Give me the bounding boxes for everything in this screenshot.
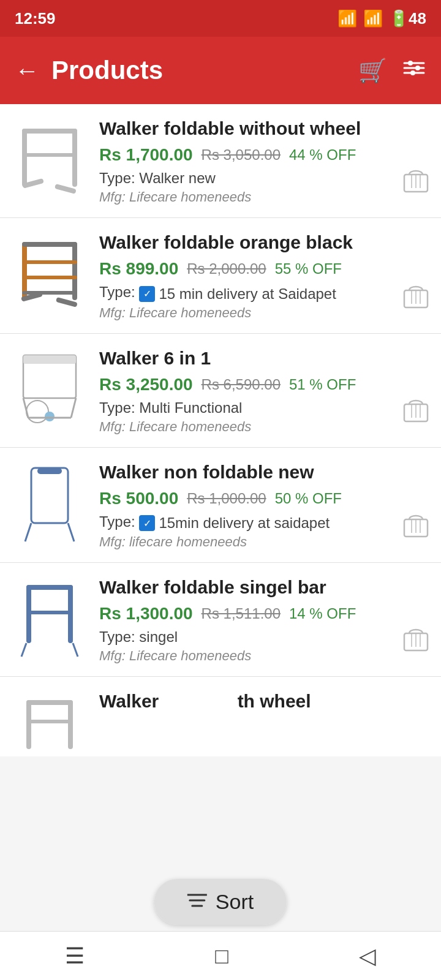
list-item[interactable]: Walker th wheelth wheel (0, 677, 441, 756)
svg-rect-40 (37, 468, 62, 474)
product-name: Walker non foldable new (99, 460, 388, 484)
product-name: Walker th wheelth wheel (99, 689, 431, 713)
product-name: Walker foldable without wheel (99, 116, 388, 140)
svg-rect-20 (22, 276, 77, 279)
svg-point-3 (408, 61, 413, 66)
product-price-row: Rs 1,700.00 Rs 3,050.00 44 % OFF (99, 145, 388, 165)
signal-icon: 📶 (363, 9, 383, 28)
svg-point-4 (415, 66, 420, 70)
product-name: Walker foldable orange black (99, 230, 388, 254)
list-item[interactable]: Walker 6 in 1 Rs 3,250.00 Rs 6,590.00 51… (0, 334, 441, 448)
product-price-row: Rs 899.00 Rs 2,000.00 55 % OFF (99, 259, 388, 279)
basket-icon (401, 279, 431, 316)
product-type: Type: Walker new (99, 170, 388, 187)
back-button[interactable]: ← (15, 57, 39, 85)
product-details: Walker foldable singel bar Rs 1,300.00 R… (99, 575, 388, 664)
home-button[interactable]: □ (215, 943, 228, 969)
product-image (10, 346, 89, 435)
product-image (10, 575, 89, 664)
product-name: Walker foldable singel bar (99, 575, 388, 599)
add-to-cart-button[interactable] (388, 230, 431, 321)
product-image (10, 689, 89, 756)
price-original: Rs 1,511.00 (202, 605, 281, 622)
sort-button[interactable]: Sort (154, 879, 287, 925)
svg-rect-58 (68, 700, 73, 749)
add-to-cart-button[interactable] (388, 460, 431, 551)
wifi-icon: 📶 (337, 9, 357, 28)
add-to-cart-button[interactable] (388, 346, 431, 435)
product-type: Type: ✓ 15min delivery at saidapet (99, 513, 388, 532)
filter-icon[interactable] (402, 56, 426, 86)
svg-rect-8 (22, 129, 77, 134)
page-title: Products (51, 56, 358, 85)
product-details: Walker foldable without wheel Rs 1,700.0… (99, 116, 388, 205)
list-item[interactable]: Walker foldable orange black Rs 899.00 R… (0, 218, 441, 334)
add-to-cart-button[interactable] (388, 116, 431, 205)
status-icons: 📶 📶 🔋48 (337, 9, 426, 28)
app-header: ← Products 🛒 (0, 37, 441, 104)
price-current: Rs 1,700.00 (99, 145, 193, 165)
product-image (10, 230, 89, 321)
svg-point-5 (410, 70, 415, 75)
basket-icon (401, 164, 431, 200)
svg-line-33 (71, 398, 76, 418)
svg-rect-60 (26, 720, 73, 723)
price-off: 55 % OFF (275, 260, 342, 277)
svg-rect-21 (22, 291, 77, 295)
add-to-cart-button[interactable] (388, 575, 431, 664)
svg-rect-9 (22, 153, 77, 157)
price-off: 50 % OFF (275, 490, 342, 507)
svg-line-51 (21, 643, 26, 657)
basket-icon (401, 393, 431, 430)
price-current: Rs 899.00 (99, 259, 178, 279)
battery-icon: 🔋48 (389, 9, 426, 28)
product-image (10, 460, 89, 551)
list-item[interactable]: Walker non foldable new Rs 500.00 Rs 1,0… (0, 448, 441, 564)
delivery-badge: ✓ 15min delivery at saidapet (139, 514, 330, 532)
product-mfg: Mfg: Lifecare homeneeds (99, 648, 388, 664)
basket-icon (401, 622, 431, 659)
product-details: Walker foldable orange black Rs 899.00 R… (99, 230, 388, 321)
svg-rect-57 (26, 700, 31, 749)
product-mfg: Mfg: Lifecare homeneeds (99, 419, 388, 435)
product-price-row: Rs 500.00 Rs 1,000.00 50 % OFF (99, 489, 388, 508)
svg-rect-50 (26, 611, 73, 614)
price-original: Rs 6,590.00 (202, 376, 281, 393)
menu-button[interactable]: ☰ (65, 943, 85, 969)
svg-rect-18 (22, 242, 77, 247)
bottom-nav: ☰ □ ◁ (0, 931, 441, 980)
list-item[interactable]: Walker foldable singel bar Rs 1,300.00 R… (0, 563, 441, 677)
price-current: Rs 1,300.00 (99, 604, 193, 624)
back-nav-button[interactable]: ◁ (359, 943, 376, 969)
cart-icon[interactable]: 🛒 (358, 57, 387, 84)
product-type: Type: singel (99, 628, 388, 646)
svg-rect-19 (22, 260, 77, 264)
svg-line-52 (73, 643, 78, 657)
product-image (10, 116, 89, 205)
product-mfg: Mfg: Lifecare homeneeds (99, 189, 388, 205)
sort-button-wrap: Sort (154, 879, 287, 925)
sort-lines-icon (187, 890, 207, 914)
product-price-row: Rs 3,250.00 Rs 6,590.00 51 % OFF (99, 375, 388, 394)
check-icon: ✓ (139, 515, 155, 531)
product-mfg: Mfg: lifecare homeneeds (99, 534, 388, 550)
svg-rect-39 (31, 468, 68, 523)
header-icons: 🛒 (358, 56, 426, 86)
list-item[interactable]: Walker foldable without wheel Rs 1,700.0… (0, 104, 441, 218)
price-off: 44 % OFF (289, 146, 356, 164)
product-type: Type: Multi Functional (99, 399, 388, 417)
product-type: Type: ✓ 15 min delivery at Saidapet (99, 284, 388, 303)
svg-point-31 (45, 412, 55, 421)
delivery-text: 15min delivery at saidapet (159, 514, 330, 532)
status-time: 12:59 (15, 9, 56, 28)
svg-line-41 (25, 523, 31, 541)
price-original: Rs 3,050.00 (202, 146, 281, 164)
svg-line-42 (68, 523, 74, 541)
product-list: Walker foldable without wheel Rs 1,700.0… (0, 104, 441, 756)
svg-point-30 (26, 401, 48, 423)
price-off: 51 % OFF (289, 376, 356, 393)
svg-rect-6 (22, 129, 27, 187)
sort-label: Sort (216, 890, 254, 914)
svg-rect-29 (23, 355, 76, 364)
price-current: Rs 3,250.00 (99, 375, 193, 394)
